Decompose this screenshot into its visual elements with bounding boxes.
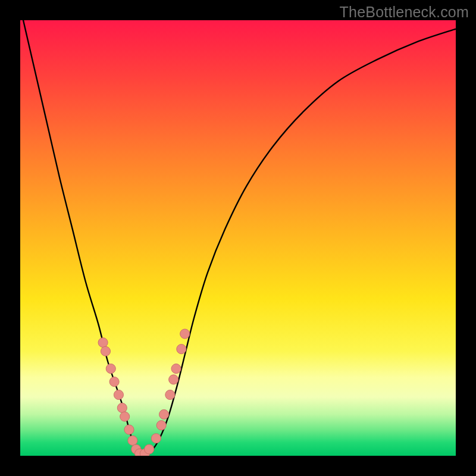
plot-area: [20, 20, 456, 456]
data-marker: [165, 390, 175, 399]
data-marker: [169, 375, 178, 384]
watermark-label: TheBottleneck.com: [340, 4, 469, 21]
data-marker: [106, 364, 115, 374]
data-marker: [180, 329, 190, 339]
data-marker: [145, 444, 154, 454]
data-marker: [171, 364, 181, 374]
data-marker: [159, 409, 169, 419]
data-marker: [151, 434, 161, 443]
data-marker: [128, 436, 137, 445]
data-marker: [101, 346, 110, 356]
data-marker: [156, 421, 166, 430]
plot-svg: [20, 20, 456, 456]
data-marker: [109, 377, 119, 387]
gradient-background: [20, 20, 456, 456]
data-marker: [120, 412, 130, 421]
data-marker: [114, 390, 123, 399]
data-marker: [124, 425, 134, 434]
data-marker: [177, 345, 186, 354]
data-marker: [117, 403, 127, 412]
chart-frame: TheBottleneck.com: [0, 0, 476, 476]
data-marker: [98, 338, 108, 347]
